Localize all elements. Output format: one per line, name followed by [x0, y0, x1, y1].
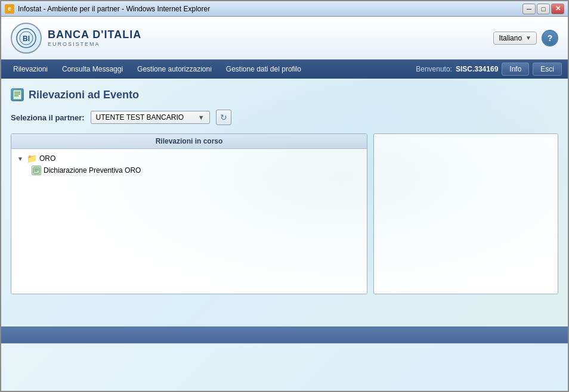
- document-icon: [32, 166, 41, 175]
- svg-rect-5: [14, 94, 20, 95]
- left-panel-header: Rilevazioni in corso: [11, 134, 367, 149]
- partner-select-value: UTENTE TEST BANCARIO: [96, 113, 193, 122]
- window-title: Infostat - Ambiente per il partner - Win…: [18, 5, 522, 13]
- right-panel: [373, 133, 558, 294]
- partner-label: Seleziona il partner:: [11, 113, 85, 122]
- bottom-bar: [1, 326, 568, 343]
- nav-items: Rilevazioni Consulta Messaggi Gestione a…: [7, 63, 416, 76]
- left-panel: Rilevazioni in corso ▼ 📁 ORO: [11, 133, 367, 294]
- help-button[interactable]: ?: [542, 30, 558, 46]
- bottom-section: [1, 343, 568, 391]
- username-display: SISC.334169: [456, 65, 498, 73]
- svg-rect-8: [35, 169, 39, 169]
- tree-root-label: ORO: [39, 154, 55, 163]
- title-bar: e Infostat - Ambiente per il partner - W…: [1, 1, 568, 17]
- svg-rect-6: [14, 95, 18, 97]
- nav-gestione-autorizzazioni[interactable]: Gestione autorizzazioni: [131, 63, 218, 76]
- page-icon: [11, 88, 24, 101]
- nav-right: Benvenuto: SISC.334169 Info Esci: [416, 63, 562, 76]
- logo-circle: BI: [11, 23, 42, 54]
- tree-collapse-icon: ▼: [17, 155, 24, 162]
- tree-child-label: Dichiarazione Preventiva ORO: [44, 166, 141, 175]
- close-button[interactable]: ✕: [551, 4, 564, 14]
- refresh-icon: ↻: [220, 113, 227, 122]
- folder-icon: 📁: [27, 154, 37, 163]
- refresh-button[interactable]: ↻: [216, 110, 231, 125]
- page-title-row: Rilevazioni ad Evento: [11, 88, 558, 101]
- maximize-button[interactable]: □: [537, 4, 550, 14]
- logo-text: BANCA D'ITALIA EUROSISTEMA: [48, 29, 141, 47]
- svg-text:BI: BI: [23, 35, 30, 43]
- logout-button[interactable]: Esci: [533, 63, 562, 76]
- language-label: Italiano: [499, 34, 522, 42]
- partner-select[interactable]: UTENTE TEST BANCARIO ▼: [91, 111, 210, 124]
- nav-consulta-messaggi[interactable]: Consulta Messaggi: [56, 63, 129, 76]
- browser-icon: e: [5, 4, 14, 14]
- header: BI BANCA D'ITALIA EUROSISTEMA Italiano ▼…: [1, 17, 568, 60]
- language-selector[interactable]: Italiano ▼: [493, 32, 537, 45]
- tree-root-item[interactable]: ▼ 📁 ORO: [15, 153, 363, 164]
- panel-content: ▼ 📁 ORO: [11, 149, 367, 294]
- partner-dropdown-icon: ▼: [198, 114, 205, 121]
- browser-window: e Infostat - Ambiente per il partner - W…: [0, 0, 569, 392]
- logo-area: BI BANCA D'ITALIA EUROSISTEMA: [11, 23, 141, 54]
- dropdown-arrow-icon: ▼: [525, 35, 531, 41]
- svg-rect-10: [35, 171, 38, 172]
- svg-rect-3: [13, 90, 21, 99]
- main-content: Rilevazioni ad Evento Seleziona il partn…: [1, 79, 568, 326]
- nav-rilevazioni[interactable]: Rilevazioni: [7, 63, 54, 76]
- info-button[interactable]: Info: [502, 63, 529, 76]
- partner-row: Seleziona il partner: UTENTE TEST BANCAR…: [11, 110, 558, 125]
- page-title: Rilevazioni ad Evento: [29, 89, 139, 101]
- svg-rect-4: [14, 92, 20, 93]
- help-icon: ?: [548, 33, 553, 43]
- header-controls: Italiano ▼ ?: [493, 30, 558, 46]
- bank-name: BANCA D'ITALIA: [48, 29, 141, 41]
- minimize-button[interactable]: ─: [522, 4, 536, 14]
- navbar: Rilevazioni Consulta Messaggi Gestione a…: [1, 60, 568, 79]
- svg-rect-9: [35, 170, 39, 170]
- bank-subtitle: EUROSISTEMA: [48, 41, 141, 47]
- window-controls: ─ □ ✕: [522, 4, 564, 14]
- nav-gestione-dati[interactable]: Gestione dati del profilo: [220, 63, 307, 76]
- tree-child-item[interactable]: Dichiarazione Preventiva ORO: [29, 164, 363, 176]
- welcome-label: Benvenuto:: [416, 65, 452, 73]
- panels-row: Rilevazioni in corso ▼ 📁 ORO: [11, 133, 558, 294]
